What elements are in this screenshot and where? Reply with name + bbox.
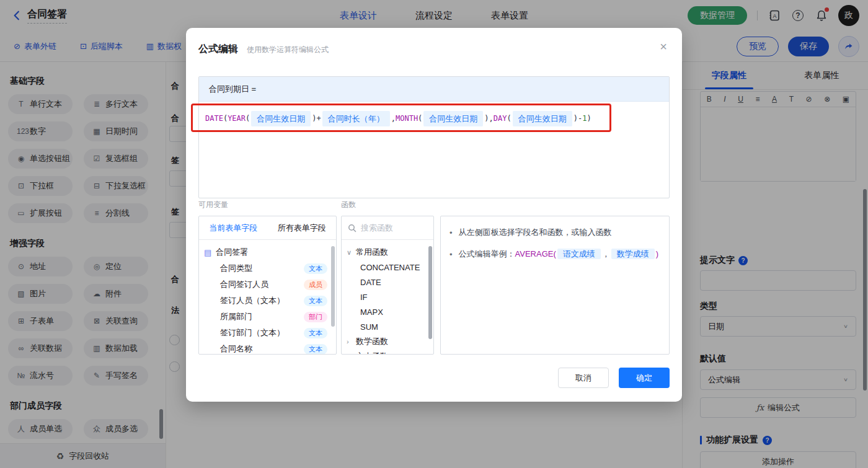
variable-type-badge: 部门 xyxy=(304,312,327,322)
variable-name: 签订人员（文本） xyxy=(220,295,285,306)
function-item-DATE[interactable]: DATE xyxy=(347,275,433,289)
variable-name: 所属部门 xyxy=(220,311,252,322)
formula-token: ) xyxy=(574,112,578,126)
formula-token: DATE xyxy=(205,112,223,126)
variables-label: 可用变量 xyxy=(198,200,228,210)
variable-type-badge: 文本 xyxy=(304,296,327,306)
function-item-CONCATENATE[interactable]: CONCATENATE xyxy=(347,260,433,275)
chevron-right-icon: › xyxy=(347,353,353,355)
variable-row-合同类型[interactable]: 合同类型文本 xyxy=(204,260,332,276)
function-group-常用函数[interactable]: ∨常用函数 xyxy=(347,245,433,260)
function-search[interactable]: 搜索函数 xyxy=(342,216,433,240)
formula-field-chip[interactable]: 合同时长（年） xyxy=(322,111,390,126)
variables-scrollbar[interactable] xyxy=(331,246,335,327)
formula-token: , xyxy=(391,112,396,126)
formula-token: ) xyxy=(484,112,489,126)
help-tip: •从左侧面板选择字段名和函数，或输入函数 xyxy=(450,227,660,238)
help-example-chip: 语文成绩 xyxy=(557,249,601,259)
variable-row-合同签订人员[interactable]: 合同签订人员成员 xyxy=(204,276,332,293)
confirm-button[interactable]: 确定 xyxy=(619,368,670,388)
help-example-prefix: 公式编辑举例： xyxy=(459,249,515,258)
formula-field-chip[interactable]: 合同生效日期 xyxy=(423,111,483,126)
modal-title: 公式编辑 xyxy=(198,43,238,56)
form-doc-icon: ▤ xyxy=(204,248,211,257)
formula-token: ) xyxy=(312,112,316,126)
variable-type-badge: 文本 xyxy=(304,263,327,274)
formula-token: ( xyxy=(223,112,228,126)
help-example-close: ) xyxy=(656,249,658,258)
chevron-down-icon: ∨ xyxy=(347,249,353,257)
functions-scrollbar[interactable] xyxy=(428,246,432,339)
functions-label: 函数 xyxy=(341,200,356,210)
formula-token: , xyxy=(489,112,494,126)
variable-name: 签订部门（文本） xyxy=(220,327,285,338)
function-item-IF[interactable]: IF xyxy=(347,289,433,304)
search-placeholder: 搜索函数 xyxy=(361,223,393,234)
formula-token: ) xyxy=(587,112,591,126)
function-group-数学函数[interactable]: ›数学函数 xyxy=(347,334,433,349)
formula-token: DAY xyxy=(494,112,507,126)
formula-token: YEAR xyxy=(228,112,246,126)
variables-panel: 当前表单字段所有表单字段 ▤合同签署合同类型文本合同签订人员成员签订人员（文本）… xyxy=(198,216,337,355)
functions-panel: 搜索函数 ∨常用函数CONCATENATEDATEIFMAPXSUM›数学函数›… xyxy=(341,216,434,355)
function-group-文本函数[interactable]: ›文本函数 xyxy=(347,349,433,355)
help-example-text: 公式编辑举例：AVERAGE(语文成绩，数学成绩) xyxy=(459,249,659,260)
chevron-right-icon: › xyxy=(347,338,353,345)
formula-field-chip[interactable]: 合同生效日期 xyxy=(513,111,572,126)
variables-root-label: 合同签署 xyxy=(216,247,248,258)
variables-list: ▤合同签署合同类型文本合同签订人员成员签订人员（文本）文本所属部门部门签订部门（… xyxy=(199,240,336,355)
variable-type-badge: 文本 xyxy=(304,328,327,338)
variable-type-badge: 文本 xyxy=(304,344,327,355)
function-item-MAPX[interactable]: MAPX xyxy=(347,304,433,319)
formula-token: 1 xyxy=(582,112,587,126)
function-group-label: 数学函数 xyxy=(356,336,388,347)
variables-tabs: 当前表单字段所有表单字段 xyxy=(199,216,336,240)
help-example-comma: ， xyxy=(602,249,610,258)
function-group-label: 文本函数 xyxy=(356,351,388,355)
formula-token: ( xyxy=(418,112,422,126)
variable-name: 合同签订人员 xyxy=(220,279,268,290)
variable-name: 合同名称 xyxy=(220,343,252,355)
formula-token: ( xyxy=(507,112,512,126)
variable-name: 合同类型 xyxy=(220,263,252,274)
formula-token: - xyxy=(578,112,582,126)
function-list: ∨常用函数CONCATENATEDATEIFMAPXSUM›数学函数›文本函数 xyxy=(342,240,433,355)
variable-row-签订人员（文本）[interactable]: 签订人员（文本）文本 xyxy=(204,293,332,309)
close-icon[interactable]: × xyxy=(660,40,667,53)
formula-result-label: 合同到期日 = xyxy=(199,77,669,102)
formula-editor-modal: 公式编辑 使用数学运算符编辑公式 × 合同到期日 = DATE(YEAR(合同生… xyxy=(186,28,682,402)
function-group-label: 常用函数 xyxy=(356,247,388,258)
variables-tab-当前表单字段[interactable]: 当前表单字段 xyxy=(199,216,268,239)
variables-tab-所有表单字段[interactable]: 所有表单字段 xyxy=(268,216,337,239)
variable-row-所属部门[interactable]: 所属部门部门 xyxy=(204,309,332,325)
help-example-function: AVERAGE( xyxy=(515,249,556,258)
formula-box: 合同到期日 = DATE(YEAR(合同生效日期)+合同时长（年）,MONTH(… xyxy=(198,76,670,198)
bullet-icon: • xyxy=(450,250,453,259)
cancel-button[interactable]: 取消 xyxy=(558,368,609,388)
help-tip-text: 从左侧面板选择字段名和函数，或输入函数 xyxy=(459,227,612,238)
modal-subtitle: 使用数学运算符编辑公式 xyxy=(247,45,329,55)
formula-input[interactable]: DATE(YEAR(合同生效日期)+合同时长（年）,MONTH(合同生效日期),… xyxy=(199,102,669,136)
search-icon xyxy=(348,224,356,232)
formula-token: MONTH xyxy=(396,112,418,126)
help-example: •公式编辑举例：AVERAGE(语文成绩，数学成绩) xyxy=(450,249,660,260)
help-panel: •从左侧面板选择字段名和函数，或输入函数•公式编辑举例：AVERAGE(语文成绩… xyxy=(440,216,670,355)
help-example-chip: 数学成绩 xyxy=(611,249,655,259)
formula-token: + xyxy=(317,112,321,126)
variable-row-合同名称[interactable]: 合同名称文本 xyxy=(204,341,332,355)
function-item-SUM[interactable]: SUM xyxy=(347,319,433,334)
formula-token: ( xyxy=(246,112,250,126)
variable-type-badge: 成员 xyxy=(304,280,327,290)
bullet-icon: • xyxy=(450,228,453,237)
variables-root[interactable]: ▤合同签署 xyxy=(204,244,332,260)
variable-row-签订部门（文本）[interactable]: 签订部门（文本）文本 xyxy=(204,325,332,341)
formula-field-chip[interactable]: 合同生效日期 xyxy=(251,111,311,126)
